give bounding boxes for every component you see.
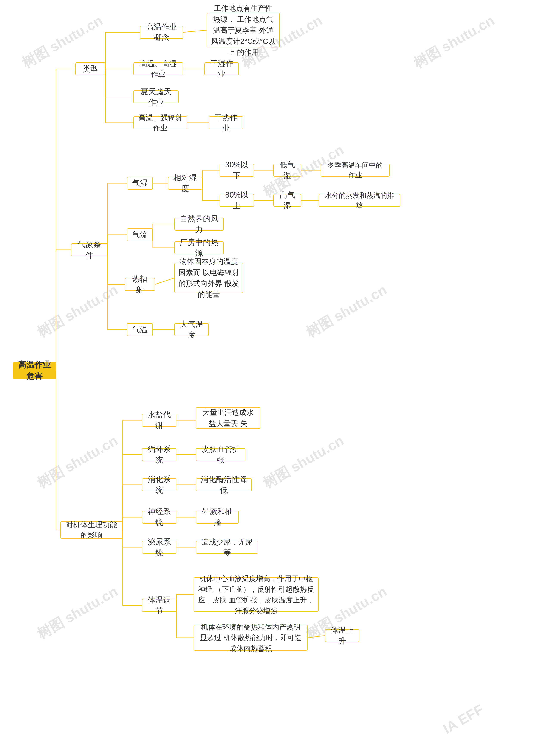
node-xunhuanxitong-desc: 皮肤血管扩张 (196, 448, 245, 461)
node-tiwentiaojie: 体温调节 (142, 599, 176, 612)
node-xiaohuaxitong-desc: 消化酶活性降低 (196, 478, 252, 491)
node-duijiti: 对机体生理功能的影响 (60, 521, 123, 539)
node-xiangdushidu: 相对湿度 (168, 177, 202, 190)
node-xiatian: 夏天露天作业 (133, 90, 179, 103)
node-shuiyandaixie: 水盐代谢 (142, 414, 176, 427)
node-refushe-desc: 物体因本身的温度因素而 以电磁辐射的形式向外界 散发的能量 (174, 263, 243, 293)
node-qiliu: 气流 (127, 228, 153, 241)
mind-map: 树图 shutu.cn 树图 shutu.cn 树图 shutu.cn 树图 s… (0, 0, 551, 756)
node-qixiangtiaojian: 气象条件 (71, 243, 108, 256)
node-shuiyandaixie-desc: 大量出汗造成水盐大量丢 失 (196, 407, 260, 429)
node-ganshizuoye: 干湿作业 (204, 62, 239, 75)
node-miniaoxitong-desc: 造成少尿，无尿等 (196, 541, 258, 554)
node-xunhuanxitong: 循环系统 (142, 448, 176, 461)
node-diqishi: 低气湿 (273, 164, 301, 177)
node-gaowenqiangfushe: 高温、强辐射作业 (133, 116, 187, 129)
node-xiaohuaxitong: 消化系统 (142, 478, 176, 491)
root-node: 高温作业危害 (13, 362, 56, 379)
node-shenjingxitong-desc: 晕厥和抽搐 (196, 511, 239, 524)
watermark-9: 树图 shutu.cn (34, 582, 121, 644)
watermark-5: 树图 shutu.cn (34, 280, 121, 342)
node-ganrezuoye: 干热作业 (209, 116, 243, 129)
node-daqiwendu: 大气温度 (174, 323, 209, 336)
watermark-8: 树图 shutu.cn (259, 431, 347, 493)
watermark-3: 树图 shutu.cn (410, 11, 498, 73)
node-shenjingxitong: 神经系统 (142, 511, 176, 524)
node-leixing: 类型 (75, 62, 105, 75)
node-gaowenzuoyegainian-desc: 工作地点有生产性热源， 工作地点气温高于夏季室 外通风温度计2°C或°C以上 的… (207, 13, 280, 47)
svg-line-16 (308, 636, 325, 638)
node-dongjigaowenchejian: 冬季高温车间中的作业 (321, 164, 390, 177)
node-30yixia: 30%以下 (219, 164, 254, 177)
node-gaoqishi: 高气湿 (273, 194, 301, 207)
svg-line-9 (155, 278, 174, 284)
node-ziranjie: 自然界的风力 (174, 218, 224, 231)
node-qishi: 气湿 (127, 177, 153, 190)
watermark-6: 树图 shutu.cn (303, 280, 390, 342)
node-changfangzhong: 厂房中的热源 (174, 241, 224, 254)
watermark-7: 树图 shutu.cn (34, 431, 121, 493)
node-gaowengaoshi: 高温、高湿作业 (133, 62, 183, 75)
node-gaowenzuoyegainian: 高温作业概念 (140, 26, 183, 39)
node-tiwentiaojie-desc2: 机体在环境的受热和体内产热明显超过 机体散热能力时，即可造成体内热蓄积 (194, 625, 308, 651)
svg-line-1 (183, 30, 207, 32)
node-shuifenzhengfa: 水分的蒸发和蒸汽的排放 (319, 194, 400, 207)
node-80yishang: 80%以上 (219, 194, 254, 207)
watermark-11: IA EFF (440, 701, 486, 737)
node-tiwenshangsheng: 体温上升 (325, 629, 360, 642)
node-tiwentiaojie-desc1: 机体中心血液温度增高，作用于中枢神经 （下丘脑），反射性引起散热反应，皮肤 血管… (194, 577, 319, 612)
node-miniaoxitong: 泌尿系统 (142, 541, 176, 554)
node-qiwen: 气温 (127, 323, 153, 336)
node-refushe: 热辐射 (125, 278, 155, 291)
